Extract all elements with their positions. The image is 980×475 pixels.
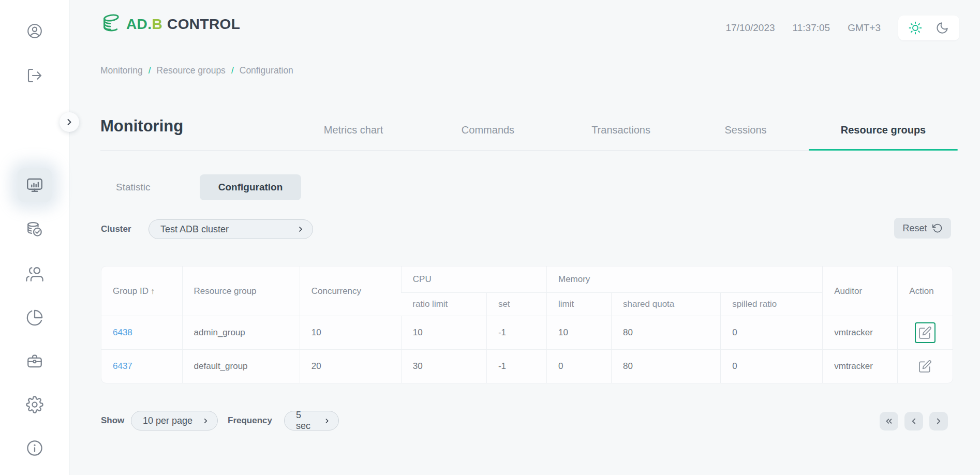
concurrency-cell: 10: [300, 316, 401, 350]
edit-icon: [918, 326, 932, 339]
column-header-cpu-ratio-limit: ratio limit: [401, 293, 486, 316]
pagination-prev-button[interactable]: [904, 412, 923, 431]
cluster-label: Cluster: [101, 224, 131, 234]
auditor-cell: vmtracker: [823, 350, 898, 383]
memory-limit-cell: 10: [546, 316, 611, 350]
column-header-memory-shared-quota: shared quota: [612, 293, 721, 316]
logout-icon[interactable]: [26, 67, 43, 84]
tab-transactions[interactable]: Transactions: [591, 124, 650, 136]
cluster-select-value: Test ADB cluster: [160, 224, 229, 235]
column-header-group-id[interactable]: Group ID↑: [101, 266, 182, 316]
pagination-first-button[interactable]: [880, 412, 898, 431]
frequency-value: 5 sec: [296, 410, 317, 432]
account-icon[interactable]: [26, 22, 43, 40]
column-header-concurrency: Concurrency: [300, 266, 401, 316]
current-time: 11:37:05: [793, 22, 830, 34]
breadcrumb-separator: /: [231, 65, 234, 76]
subtab-configuration[interactable]: Configuration: [200, 174, 301, 200]
page-size-select[interactable]: 10 per page: [131, 411, 218, 431]
table-row: 6438 admin_group 10 10 -1 10 80 0 vmtrac…: [101, 316, 953, 350]
app-root: AD.BCONTROL 17/10/2023 11:37:05 GMT+3: [0, 0, 980, 475]
subtab-statistic[interactable]: Statistic: [116, 182, 151, 193]
chevron-right-icon: [323, 417, 331, 425]
edit-icon: [918, 360, 932, 373]
sun-icon[interactable]: [909, 21, 922, 35]
breadcrumb-monitoring[interactable]: Monitoring: [100, 65, 143, 76]
sidebar-item-monitoring-active[interactable]: [18, 168, 52, 202]
tab-resource-groups[interactable]: Resource groups: [841, 124, 926, 136]
timezone: GMT+3: [848, 22, 881, 34]
page-size-value: 10 per page: [143, 415, 192, 426]
breadcrumb: Monitoring / Resource groups / Configura…: [100, 65, 293, 76]
active-tab-underline: [809, 149, 958, 151]
tab-sessions[interactable]: Sessions: [724, 124, 766, 136]
cpu-ratio-limit-cell: 10: [401, 316, 486, 350]
theme-toggle: [898, 16, 959, 40]
auditor-cell: vmtracker: [823, 316, 898, 350]
reset-button[interactable]: Reset: [894, 218, 951, 239]
page-title: Monitoring: [100, 117, 183, 136]
column-header-memory-spilled-ratio: spilled ratio: [721, 293, 823, 316]
resource-groups-table: Group ID↑ Resource group Concurrency CPU…: [101, 266, 953, 383]
database-sync-icon[interactable]: [26, 221, 43, 239]
users-icon[interactable]: [26, 265, 43, 283]
frequency-label: Frequency: [228, 415, 272, 426]
table-row: 6437 default_group 20 30 -1 0 80 0 vmtra…: [101, 350, 953, 383]
frequency-select[interactable]: 5 sec: [284, 411, 339, 431]
pagination-next-button[interactable]: [929, 412, 948, 431]
show-label: Show: [101, 415, 124, 426]
cluster-select[interactable]: Test ADB cluster: [149, 219, 313, 239]
app-logo[interactable]: AD.BCONTROL: [99, 12, 240, 36]
breadcrumb-resource-groups[interactable]: Resource groups: [157, 65, 226, 76]
chevron-left-icon: [909, 417, 918, 426]
reset-button-label: Reset: [902, 223, 927, 234]
chevron-right-icon: [934, 417, 943, 426]
logo-text: AD.BCONTROL: [126, 16, 240, 33]
column-header-auditor: Auditor: [823, 266, 898, 316]
monitor-chart-icon: [25, 176, 44, 195]
sidebar: [0, 0, 70, 475]
info-icon[interactable]: [26, 439, 43, 457]
pie-chart-icon[interactable]: [26, 309, 43, 326]
rotate-ccw-icon: [932, 223, 943, 233]
chevron-right-icon: [64, 117, 75, 127]
edit-button[interactable]: [915, 356, 936, 377]
concurrency-cell: 20: [300, 350, 401, 383]
memory-spilled-ratio-cell: 0: [721, 316, 823, 350]
moon-icon[interactable]: [936, 21, 949, 35]
chevron-right-icon: [202, 417, 210, 425]
cpu-set-cell: -1: [486, 316, 546, 350]
memory-spilled-ratio-cell: 0: [721, 350, 823, 383]
tab-metrics-chart[interactable]: Metrics chart: [324, 124, 383, 136]
sort-asc-icon[interactable]: ↑: [151, 287, 155, 295]
cpu-set-cell: -1: [486, 350, 546, 383]
current-date: 17/10/2023: [725, 22, 775, 34]
breadcrumb-separator: /: [149, 65, 151, 76]
chevrons-left-icon: [884, 417, 894, 426]
column-header-cpu-set: set: [486, 293, 546, 316]
memory-shared-quota-cell: 80: [612, 350, 721, 383]
sidebar-expand-button[interactable]: [60, 112, 79, 132]
column-group-memory: Memory: [546, 266, 822, 293]
group-id-link[interactable]: 6437: [101, 350, 182, 383]
tab-commands[interactable]: Commands: [462, 124, 514, 136]
column-header-resource-group: Resource group: [182, 266, 300, 316]
memory-limit-cell: 0: [546, 350, 611, 383]
header-right: 17/10/2023 11:37:05 GMT+3: [725, 16, 959, 40]
breadcrumb-configuration[interactable]: Configuration: [240, 65, 293, 76]
cpu-ratio-limit-cell: 30: [401, 350, 486, 383]
chevron-right-icon: [296, 225, 305, 233]
column-header-memory-limit: limit: [546, 293, 611, 316]
gear-icon[interactable]: [26, 396, 43, 413]
memory-shared-quota-cell: 80: [612, 316, 721, 350]
database-coil-icon: [99, 12, 123, 36]
briefcase-icon[interactable]: [26, 352, 43, 370]
group-id-link[interactable]: 6438: [101, 316, 182, 350]
resource-group-cell: admin_group: [182, 316, 300, 350]
column-header-action: Action: [898, 266, 953, 316]
column-group-cpu: CPU: [401, 266, 546, 293]
edit-button-highlighted[interactable]: [915, 322, 936, 343]
resource-group-cell: default_group: [182, 350, 300, 383]
